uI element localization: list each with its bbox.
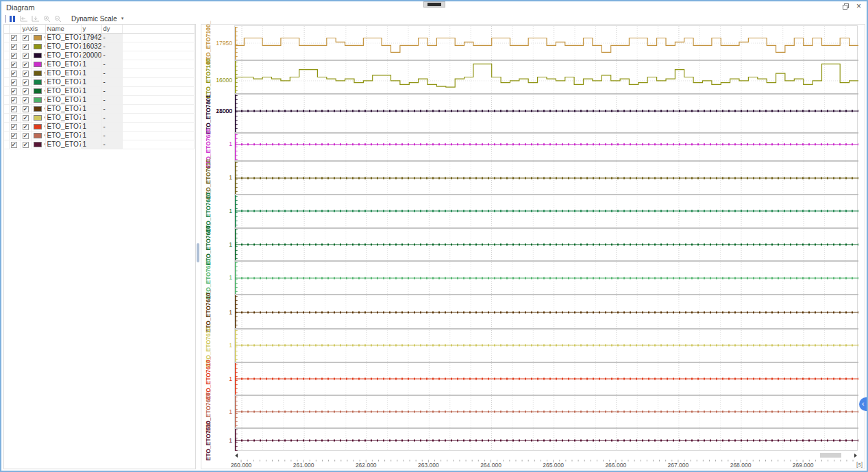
visible-checkbox[interactable]: ✔ [11, 133, 17, 139]
panel-splitter[interactable] [196, 24, 201, 471]
table-row[interactable]: ✔✔▼ETO_ETO7610_1- [4, 86, 195, 95]
color-swatch[interactable] [34, 133, 42, 138]
yaxis-checkbox[interactable]: ✔ [23, 106, 29, 112]
dynamic-scale-dropdown[interactable]: Dynamic Scale ▼ [69, 14, 127, 23]
y-tick-label: 1 [213, 208, 232, 214]
table-row[interactable]: ✔✔▼ETO_ETO7610_1- [4, 104, 195, 113]
y-header[interactable]: y [81, 25, 101, 33]
table-row[interactable]: ✔✔▼ETO_ETO7801_20000- [4, 51, 195, 60]
visible-checkbox[interactable]: ✔ [11, 71, 17, 77]
empty-cell [122, 122, 194, 131]
table-row[interactable]: ✔✔▼ETO_ETO7610_1- [4, 140, 195, 149]
scroll-right-icon[interactable] [854, 454, 857, 458]
color-cell: ▼ [32, 122, 45, 131]
yaxis-checkbox[interactable]: ✔ [23, 124, 29, 130]
table-row[interactable]: ✔✔▼ETO_ETO7610_1- [4, 69, 195, 77]
color-cell: ▼ [32, 113, 45, 122]
visible-checkbox[interactable]: ✔ [11, 44, 17, 50]
color-cell: ▼ [32, 51, 45, 60]
visible-cell: ✔ [9, 33, 21, 42]
edge-panel-toggle[interactable]: ‹ [859, 397, 868, 411]
visible-checkbox[interactable]: ✔ [11, 124, 17, 130]
color-swatch[interactable] [34, 115, 42, 121]
x-axis-unit: [s] [856, 461, 863, 468]
dock-handle[interactable] [423, 1, 445, 8]
pause-icon[interactable] [10, 16, 15, 22]
scroll-left-icon[interactable] [235, 454, 238, 458]
yaxis-checkbox[interactable]: ✔ [23, 62, 29, 68]
visible-checkbox[interactable]: ✔ [11, 53, 17, 59]
zoom-in-icon[interactable] [43, 15, 51, 23]
close-icon[interactable]: × [856, 2, 861, 10]
splitter-handle[interactable] [197, 243, 199, 262]
visible-checkbox[interactable]: ✔ [11, 62, 17, 68]
y-value: 1 [81, 77, 101, 86]
signal-name: ETO_ETO7610_ [45, 95, 81, 104]
yaxis-checkbox[interactable]: ✔ [23, 71, 29, 77]
yaxis-checkbox[interactable]: ✔ [23, 53, 29, 59]
visible-checkbox[interactable]: ✔ [11, 97, 17, 103]
toolbar-grip[interactable] [5, 15, 6, 23]
plot-area[interactable] [234, 25, 858, 451]
table-row[interactable]: ✔✔▼ETO_ETO7610_1- [4, 122, 195, 131]
color-swatch[interactable] [34, 71, 42, 76]
yaxis-cell: ✔ [21, 104, 32, 113]
horizontal-scrollbar[interactable] [234, 452, 858, 458]
yaxis-checkbox[interactable]: ✔ [23, 97, 29, 103]
table-row[interactable]: ✔✔▼ETO_ETO7100_16032- [4, 42, 195, 51]
y-value: 16032 [81, 42, 101, 51]
visible-checkbox[interactable]: ✔ [11, 106, 17, 112]
color-swatch[interactable] [34, 53, 42, 58]
empty-cell [122, 104, 194, 113]
scrollbar-thumb[interactable] [820, 453, 841, 458]
yaxis-cell: ✔ [21, 95, 32, 104]
table-row[interactable]: ✔✔▼ETO_ETO7610_1- [4, 95, 195, 104]
fit-vertical-icon[interactable] [32, 15, 40, 22]
color-swatch[interactable] [34, 88, 42, 94]
color-swatch[interactable] [34, 62, 42, 67]
color-swatch[interactable] [34, 35, 42, 40]
restore-window-icon[interactable] [843, 3, 849, 10]
color-swatch[interactable] [34, 124, 42, 129]
signal-name: ETO_ETO7801_ [45, 51, 81, 60]
dy-value: - [101, 131, 122, 140]
yaxis-checkbox[interactable]: ✔ [23, 88, 29, 95]
color-swatch[interactable] [34, 106, 42, 112]
table-row[interactable]: ✔✔▼ETO_ETO7610_1- [4, 131, 195, 140]
visible-checkbox[interactable]: ✔ [11, 142, 17, 148]
visible-checkbox[interactable]: ✔ [11, 79, 17, 86]
yaxis-checkbox[interactable]: ✔ [23, 115, 29, 121]
yaxis-checkbox[interactable]: ✔ [23, 133, 29, 139]
visible-cell: ✔ [9, 69, 21, 77]
table-row[interactable]: ✔✔▼ETO_ETO7610_1- [4, 77, 195, 86]
color-swatch[interactable] [34, 142, 42, 147]
name-header[interactable]: Name [45, 25, 81, 33]
color-swatch[interactable] [34, 44, 42, 49]
signal-name: ETO_ETO7610_ [45, 104, 81, 113]
visible-checkbox[interactable]: ✔ [11, 88, 17, 95]
zoom-out-icon[interactable] [54, 15, 62, 23]
color-swatch[interactable] [34, 79, 42, 85]
dy-header[interactable]: dy [101, 25, 122, 33]
visible-cell: ✔ [9, 104, 21, 113]
row-indicator-header [4, 25, 9, 33]
fit-horizontal-icon[interactable] [20, 15, 28, 22]
x-tick-label: 261.000 [288, 462, 319, 469]
row-indicator [4, 86, 9, 95]
table-row[interactable]: ✔✔▼ETO_ETO7100_17942- [4, 33, 195, 42]
track-axis-label: ETO_ETO7610_ [205, 417, 212, 460]
dy-value: - [101, 86, 122, 95]
y-value: 1 [81, 140, 101, 149]
yaxis-checkbox[interactable]: ✔ [23, 44, 29, 50]
visible-checkbox[interactable]: ✔ [11, 35, 17, 41]
table-row[interactable]: ✔✔▼ETO_ETO7610_1- [4, 60, 195, 69]
main-area: yAxis Name y dy ✔✔▼ETO_ETO7100_17942-✔✔▼… [1, 24, 867, 471]
visible-cell: ✔ [9, 140, 21, 149]
empty-cell [122, 51, 194, 60]
color-swatch[interactable] [34, 97, 42, 103]
yaxis-checkbox[interactable]: ✔ [23, 35, 29, 41]
yaxis-checkbox[interactable]: ✔ [23, 142, 29, 148]
table-row[interactable]: ✔✔▼ETO_ETO7610_1- [4, 113, 195, 122]
yaxis-checkbox[interactable]: ✔ [23, 79, 29, 86]
visible-checkbox[interactable]: ✔ [11, 115, 17, 121]
